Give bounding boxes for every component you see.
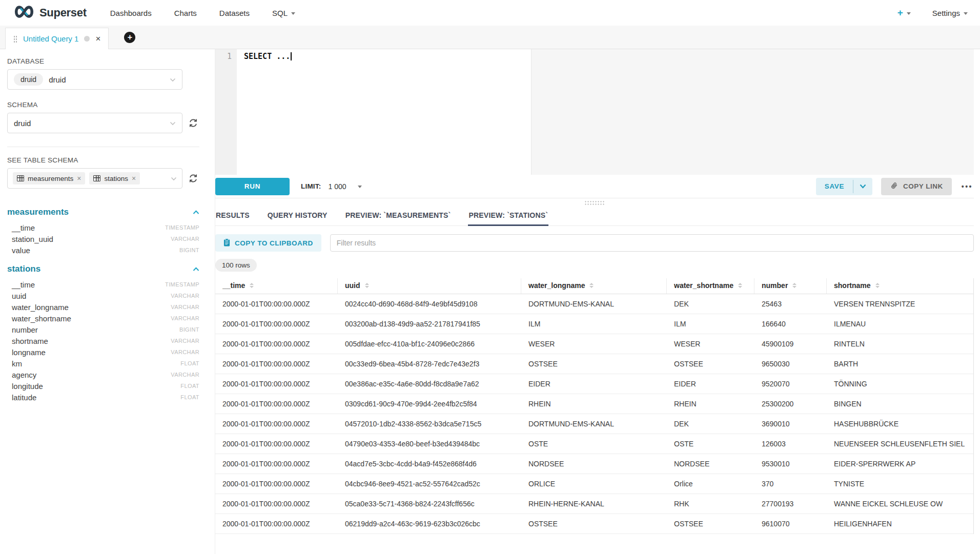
table-cell: WANNE EICKEL SCHLEUSE OW [827, 494, 973, 514]
table-cell: 2000-01-01T00:00:00.000Z [215, 374, 338, 394]
collapse-icon[interactable] [193, 208, 199, 217]
table-cell: 005dfdae-efcc-410a-bf1c-24096e0c2866 [338, 334, 521, 354]
table-cell: 9650030 [754, 354, 827, 374]
navbar-right: + Settings [897, 7, 968, 18]
plus-icon: + [897, 7, 903, 18]
new-item-button[interactable]: + [897, 7, 911, 18]
close-tab-icon[interactable]: × [95, 34, 100, 43]
save-options-button[interactable] [853, 178, 872, 195]
table-cell: 0309cd61-90c9-470e-99d4-2ee4fb2c5f84 [338, 394, 521, 414]
schema-column-row: __timeTIMESTAMP [7, 222, 199, 233]
table-cell: NORDSEE [521, 454, 667, 474]
table-cell: 166640 [754, 314, 827, 334]
refresh-tables-icon[interactable] [187, 172, 199, 184]
schema-table-header[interactable]: stations [7, 264, 199, 274]
column-name: shortname [12, 337, 48, 345]
schema-table-header[interactable]: measurements [7, 207, 199, 217]
database-select[interactable]: druid druid [7, 69, 182, 90]
editor-toolbar: RUN LIMIT: 1 000 SAVE [215, 175, 974, 198]
table-chip-stations: stations× [89, 172, 140, 184]
save-button[interactable]: SAVE [816, 178, 853, 195]
schema-table-name: measurements [7, 207, 69, 217]
results-tab-3[interactable]: PREVIEW: `STATIONS` [468, 208, 548, 226]
drag-handle-icon[interactable] [13, 35, 17, 43]
sort-icon [738, 283, 742, 288]
column-header-shortname[interactable]: shortname [827, 278, 973, 294]
table-cell: DORTMUND-EMS-KANAL [521, 294, 667, 314]
remove-table-icon[interactable]: × [77, 174, 81, 182]
table-cell: OSTSEE [521, 354, 667, 374]
nav-item-sql[interactable]: SQL [272, 9, 295, 17]
results-tab-2[interactable]: PREVIEW: `MEASUREMENTS` [345, 208, 452, 226]
table-cell: BARTH [827, 354, 973, 374]
filter-results-input[interactable] [330, 234, 974, 252]
paperclip-icon [890, 181, 899, 192]
superset-brand[interactable]: Superset [13, 5, 87, 21]
add-query-tab-button[interactable]: + [124, 32, 135, 43]
schema-column-row: station_uuidVARCHAR [7, 233, 199, 244]
run-button[interactable]: RUN [215, 178, 290, 195]
table-icon [93, 175, 100, 181]
column-header-water_shortname[interactable]: water_shortname [667, 278, 754, 294]
schema-column-row: water_shortnameVARCHAR [7, 313, 199, 324]
column-type: FLOAT [180, 360, 199, 366]
table-cell: OSTSEE [667, 514, 754, 534]
column-name: longname [12, 348, 46, 357]
sql-code-line: SELECT ... [244, 52, 292, 61]
limit-dropdown[interactable]: LIMIT: 1 000 [301, 182, 362, 191]
sort-asc-icon [250, 283, 254, 285]
column-header-uuid[interactable]: uuid [338, 278, 521, 294]
results-tab-1[interactable]: QUERY HISTORY [267, 208, 328, 226]
column-header-water_longname[interactable]: water_longname [521, 278, 667, 294]
text-cursor [291, 52, 292, 60]
table-cell: 2000-01-01T00:00:00.000Z [215, 494, 338, 514]
sort-desc-icon [589, 286, 594, 288]
table-cell: 27700193 [754, 494, 827, 514]
caret-down-icon [907, 12, 911, 15]
sort-asc-icon [365, 283, 369, 285]
column-header-number[interactable]: number [754, 278, 827, 294]
query-tab-title: Untitled Query 1 [23, 34, 78, 43]
remove-table-icon[interactable]: × [132, 174, 136, 182]
caret-down-icon [291, 12, 295, 15]
table-row: 2000-01-01T00:00:00.000Z00e386ac-e35c-4a… [215, 374, 973, 394]
results-tab-0[interactable]: RESULTS [215, 208, 250, 226]
table-schema-select[interactable]: measurements×stations× [7, 168, 182, 189]
schema-column-row: water_longnameVARCHAR [7, 301, 199, 313]
table-cell: 25300200 [754, 394, 827, 414]
database-value: druid [49, 75, 66, 84]
table-cell: RHEIN-HERNE-KANAL [521, 494, 667, 514]
sort-desc-icon [365, 286, 369, 288]
chevron-down-icon [170, 75, 176, 84]
column-header-__time[interactable]: __time [215, 278, 338, 294]
table-row: 2000-01-01T00:00:00.000Z003200ab-d138-49… [215, 314, 973, 334]
column-name: water_longname [12, 303, 69, 312]
table-cell: 04acd7e5-3cbc-4cdd-b4a9-f452e868f4d6 [338, 454, 521, 474]
copy-link-button[interactable]: COPY LINK [881, 178, 952, 195]
column-type: VARCHAR [171, 236, 199, 242]
collapse-icon[interactable] [193, 264, 199, 274]
settings-menu[interactable]: Settings [932, 9, 968, 17]
nav-item-dashboards[interactable]: Dashboards [110, 9, 152, 17]
table-row: 2000-01-01T00:00:00.000Z06219dd9-a2c4-46… [215, 514, 973, 534]
table-cell: 04cbc946-8ee9-4521-ac52-557642cad52c [338, 474, 521, 494]
column-header-label: uuid [345, 281, 360, 290]
sql-code-editor[interactable]: 1 SELECT ... [215, 49, 974, 175]
table-cell: DEK [667, 294, 754, 314]
table-header-row: __timeuuidwater_longnamewater_shortnamen… [215, 278, 973, 294]
schema-select[interactable]: druid [7, 113, 182, 133]
table-cell: DEK [667, 414, 754, 434]
pane-resize-handle-icon[interactable] [584, 200, 605, 206]
nav-item-charts[interactable]: Charts [174, 9, 197, 17]
query-tab-strip: Untitled Query 1 × + [0, 26, 980, 49]
table-row: 2000-01-01T00:00:00.000Z04790e03-4353-4e… [215, 434, 973, 454]
query-tab-untitled-query-1[interactable]: Untitled Query 1 × [5, 28, 109, 49]
table-cell: 2000-01-01T00:00:00.000Z [215, 454, 338, 474]
refresh-schema-icon[interactable] [187, 117, 199, 129]
more-options-icon[interactable]: ••• [961, 180, 974, 193]
copy-to-clipboard-button[interactable]: COPY TO CLIPBOARD [215, 234, 321, 252]
nav-item-datasets[interactable]: Datasets [219, 9, 250, 17]
limit-label: LIMIT: [301, 182, 321, 190]
column-type: FLOAT [180, 394, 199, 400]
table-cell: 00c33ed9-6bea-45b4-8728-7edc7e43e2f3 [338, 354, 521, 374]
